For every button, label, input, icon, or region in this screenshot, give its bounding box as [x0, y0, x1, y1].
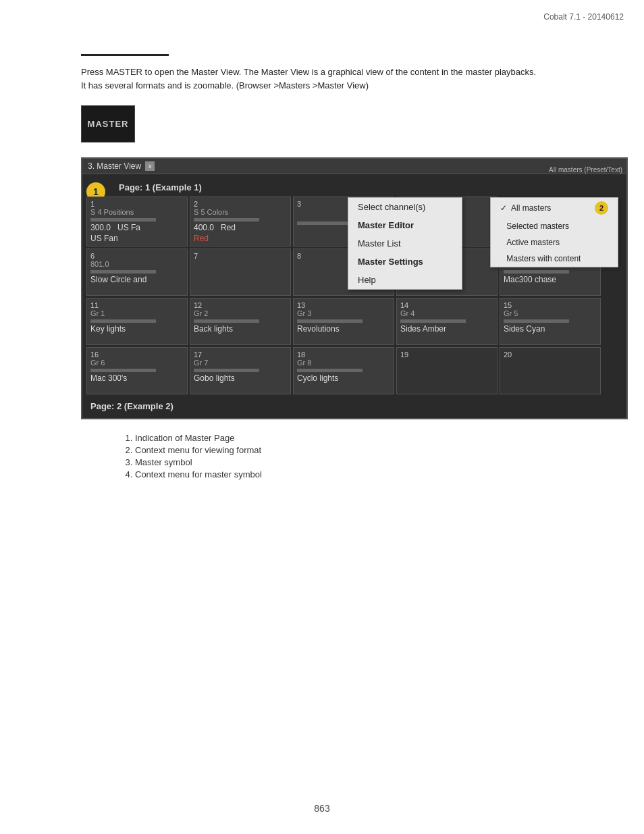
version-label: Cobalt 7.1 - 20140612	[543, 12, 624, 22]
intro-paragraph: Press MASTER to open the Master View. Th…	[81, 66, 540, 92]
context-master-settings[interactable]: Master Settings	[348, 253, 462, 271]
cell-bar-17	[194, 369, 259, 372]
dropdown-selected-masters[interactable]: Selected masters	[491, 218, 618, 234]
master-cell-1[interactable]: 1 S 4 Positions 300.0 US Fa US Fan	[86, 197, 188, 246]
master-row-3: 11 Gr 1 Key lights 12 Gr 2 Back lights 1…	[86, 298, 622, 345]
master-cell-12[interactable]: 12 Gr 2 Back lights	[190, 298, 291, 345]
cell-num-16: 16	[90, 350, 184, 359]
master-cell-13[interactable]: 13 Gr 3 Revolutions	[293, 298, 394, 345]
cell-name-11: Key lights	[90, 324, 184, 334]
cell-num-13: 13	[297, 301, 390, 309]
master-row-4: 16 Gr 6 Mac 300's 17 Gr 7 Gobo lights 18…	[86, 347, 622, 394]
footnotes: Indication of Master Page Context menu f…	[122, 433, 617, 479]
window-close-button[interactable]: x	[145, 161, 155, 171]
cell-num-2: 2	[194, 200, 287, 208]
master-cell-18[interactable]: 18 Gr 8 Cyclo lights	[293, 347, 394, 394]
master-cell-20[interactable]: 20	[500, 347, 601, 394]
dropdown-all-masters[interactable]: ✓ All masters 2	[491, 198, 618, 218]
window-title: 3. Master View	[88, 161, 141, 171]
right-dropdown-menu[interactable]: ✓ All masters 2 Selected masters Active …	[490, 197, 618, 267]
window-titlebar: 3. Master View x	[82, 159, 626, 174]
cell-preset-12: Gr 2	[194, 309, 287, 317]
check-content	[500, 254, 502, 263]
cell-num-14: 14	[400, 301, 493, 309]
cell-value-1: 300.0 US Fa	[90, 223, 184, 232]
context-master-list[interactable]: Master List	[348, 234, 462, 253]
dropdown-active-masters[interactable]: Active masters	[491, 234, 618, 251]
cell-bar-6	[90, 270, 156, 273]
cell-num-17: 17	[194, 350, 287, 359]
dropdown-masters-with-content[interactable]: Masters with content	[491, 251, 618, 267]
cell-bar-13	[297, 319, 363, 323]
context-select-channels[interactable]: Select channel(s)	[348, 198, 462, 216]
cell-preset-11: Gr 1	[90, 309, 184, 317]
cell-preset-13: Gr 3	[297, 309, 390, 317]
cell-bar-16	[90, 369, 156, 372]
cell-preset-15: Gr 5	[504, 309, 597, 317]
cell-name-15: Sides Cyan	[504, 324, 597, 334]
cell-name-17: Gobo lights	[194, 373, 287, 383]
master-context-menu[interactable]: Select channel(s) Master Editor Master L…	[348, 197, 462, 290]
cell-num-6: 6	[90, 252, 184, 260]
cell-bar-1	[90, 218, 156, 221]
cell-bar-18	[297, 369, 363, 372]
check-all-masters: ✓	[500, 203, 507, 213]
master-cell-17[interactable]: 17 Gr 7 Gobo lights	[190, 347, 291, 394]
all-masters-hint: All masters (Preset/Text)	[549, 166, 622, 174]
cell-name-10: Mac300 chase	[504, 275, 597, 284]
master-cell-19[interactable]: 19	[396, 347, 498, 394]
cell-name-13: Revolutions	[297, 324, 390, 334]
cell-preset-17: Gr 7	[194, 359, 287, 367]
cell-preset-18: Gr 8	[297, 359, 390, 367]
master-cell-2[interactable]: 2 S 5 Colors 400.0 Red Red	[190, 197, 291, 246]
cell-num-18: 18	[297, 350, 390, 359]
master-cell-16[interactable]: 16 Gr 6 Mac 300's	[86, 347, 188, 394]
master-cell-3[interactable]: 3 4 Select channel(s) Master Editor Mast…	[293, 197, 394, 246]
cell-num-12: 12	[194, 301, 287, 309]
page1-title: Page: 1 (Example 1)	[92, 182, 622, 192]
cell-name-6: Slow Circle and	[90, 275, 184, 284]
cell-name-16: Mac 300's	[90, 373, 184, 383]
cell-bar-15	[504, 319, 569, 323]
cell-bar-3	[297, 221, 353, 225]
cell-bar-10	[504, 270, 569, 273]
cell-preset-16: Gr 6	[90, 359, 184, 367]
cell-name-2: Red	[194, 234, 287, 243]
cell-num-20: 20	[504, 350, 597, 359]
cell-value-2: 400.0 Red	[194, 223, 287, 232]
cell-bar-2	[194, 218, 259, 221]
master-cell-14[interactable]: 14 Gr 4 Sides Amber	[396, 298, 498, 345]
context-help-1[interactable]: Help	[348, 271, 462, 289]
master-view-window: 3. Master View x All masters (Preset/Tex…	[81, 157, 628, 419]
page2-title: Page: 2 (Example 2)	[86, 397, 622, 414]
cell-num-15: 15	[504, 301, 597, 309]
footnote-1: Indication of Master Page	[135, 433, 617, 443]
master-cell-7[interactable]: 7	[190, 249, 291, 296]
cell-num-7: 7	[194, 252, 287, 260]
footnote-4: Context menu for master symbol	[135, 469, 617, 479]
footnote-3: Master symbol	[135, 457, 617, 467]
cell-preset-2: S 5 Colors	[194, 208, 287, 216]
dropdown-num-badge: 2	[595, 201, 608, 215]
cell-bar-12	[194, 319, 259, 323]
cell-num-19: 19	[400, 350, 493, 359]
cell-name-12: Back lights	[194, 324, 287, 334]
window-body: All masters (Preset/Text) ✓ All masters …	[82, 174, 626, 418]
cell-name-14: Sides Amber	[400, 324, 493, 334]
cell-name-18: Cyclo lights	[297, 373, 390, 383]
footnote-2: Context menu for viewing format	[135, 445, 617, 455]
master-cell-6[interactable]: 6 801.0 Slow Circle and	[86, 249, 188, 296]
cell-num-11: 11	[90, 301, 184, 309]
cell-preset-1: S 4 Positions	[90, 208, 184, 216]
master-cell-11[interactable]: 11 Gr 1 Key lights	[86, 298, 188, 345]
cell-bar-11	[90, 319, 156, 323]
master-button[interactable]: MASTER	[81, 105, 135, 142]
section-divider	[81, 54, 169, 56]
context-master-editor[interactable]: Master Editor	[348, 216, 462, 234]
cell-name-1: US Fan	[90, 234, 184, 243]
master-cell-15[interactable]: 15 Gr 5 Sides Cyan	[500, 298, 601, 345]
check-active	[500, 238, 502, 247]
page-number: 863	[314, 803, 329, 814]
cell-preset-14: Gr 4	[400, 309, 493, 317]
cell-preset-6: 801.0	[90, 260, 184, 268]
